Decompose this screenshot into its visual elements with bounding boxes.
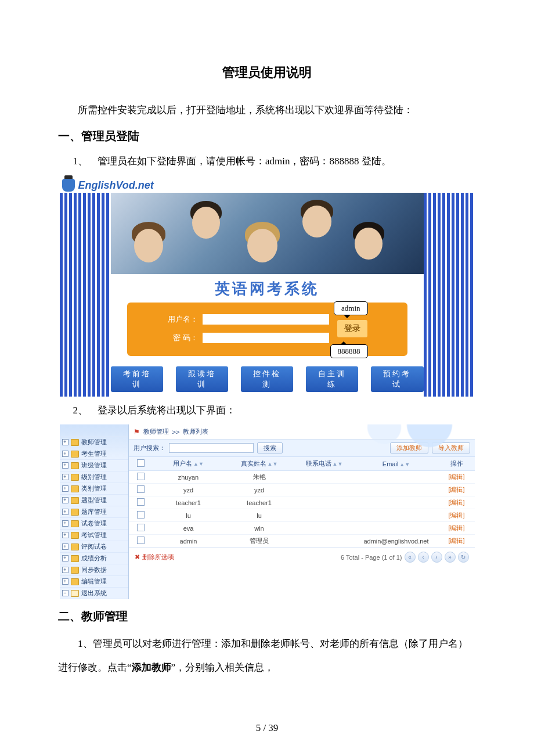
expand-icon[interactable]: − xyxy=(62,590,68,596)
sidebar-item[interactable]: +级别管理 xyxy=(60,471,128,483)
folder-icon xyxy=(71,462,79,469)
expand-icon[interactable]: + xyxy=(62,485,68,492)
nav-btn-3[interactable]: 自主训练 xyxy=(306,366,358,392)
row-checkbox[interactable] xyxy=(137,537,145,544)
table-row: admin管理员admin@englishvod.net[编辑] xyxy=(129,535,475,548)
nav-btn-0[interactable]: 考前培训 xyxy=(111,366,163,392)
row-checkbox[interactable] xyxy=(137,511,145,519)
sidebar-item[interactable]: +班级管理 xyxy=(60,459,128,471)
row-checkbox[interactable] xyxy=(137,473,145,480)
cell-realname: 朱艳 xyxy=(224,471,295,484)
cell-realname: lu xyxy=(224,509,295,522)
edit-link[interactable]: [编辑] xyxy=(448,486,464,493)
sidebar-item-label: 题型管理 xyxy=(81,496,107,505)
sidebar-item[interactable]: +考试管理 xyxy=(60,529,128,541)
folder-icon xyxy=(71,578,79,585)
sidebar-item-label: 级别管理 xyxy=(81,473,107,481)
flag-icon: ⚑ xyxy=(134,428,140,436)
login-panel: 用户名： 密 码： 登录 admin 888888 xyxy=(127,303,407,356)
sort-icon[interactable]: ▲▼ xyxy=(268,461,278,467)
select-all-checkbox[interactable] xyxy=(137,459,145,467)
site-logo-text: EnglishVod.net xyxy=(78,179,154,192)
sidebar-item[interactable]: +类别管理 xyxy=(60,483,128,494)
expand-icon[interactable]: + xyxy=(62,567,68,573)
sort-icon[interactable]: ▲▼ xyxy=(193,461,204,467)
nav-btn-2[interactable]: 控件检测 xyxy=(241,366,293,392)
cell-tel xyxy=(295,496,354,509)
cell-username: teacher1 xyxy=(153,496,224,509)
cell-username: admin xyxy=(153,535,224,548)
left-stripe-2 xyxy=(60,274,111,397)
edit-link[interactable]: [编辑] xyxy=(448,499,464,506)
expand-icon[interactable]: + xyxy=(62,474,68,480)
nav-btn-1[interactable]: 跟读培训 xyxy=(176,366,228,392)
search-input[interactable] xyxy=(169,443,254,453)
folder-icon xyxy=(71,497,79,504)
expand-icon[interactable]: + xyxy=(62,509,68,515)
cell-email xyxy=(354,484,439,496)
expand-icon[interactable]: + xyxy=(62,451,68,457)
delete-selected-link[interactable]: 删除所选项 xyxy=(142,553,174,561)
sidebar-item[interactable]: +题库管理 xyxy=(60,506,128,517)
folder-icon xyxy=(71,520,79,527)
intro-paragraph: 所需控件安装完成以后，打开登陆地址，系统将出现以下欢迎界面等待登陆： xyxy=(58,99,476,123)
sidebar-item-label: 考生管理 xyxy=(81,449,107,458)
expand-icon[interactable]: + xyxy=(62,578,68,585)
edit-link[interactable]: [编辑] xyxy=(448,537,464,544)
column-header[interactable]: Email▲▼ xyxy=(354,457,439,471)
expand-icon[interactable]: + xyxy=(62,497,68,503)
expand-icon[interactable]: + xyxy=(62,555,68,561)
pager-last[interactable]: » xyxy=(445,552,456,563)
sidebar-item[interactable]: −退出系统 xyxy=(60,587,128,599)
sidebar-item[interactable]: +编辑管理 xyxy=(60,575,128,587)
pager-refresh[interactable]: ↻ xyxy=(458,552,469,563)
column-header[interactable]: 联系电话▲▼ xyxy=(295,457,354,471)
column-header[interactable]: 真实姓名▲▼ xyxy=(224,457,295,471)
login-button[interactable]: 登录 xyxy=(337,320,367,337)
sidebar-item[interactable]: +试卷管理 xyxy=(60,517,128,529)
delete-selected-icon[interactable]: ✖ xyxy=(135,553,140,561)
cell-username: yzd xyxy=(153,484,224,496)
callout-username: admin xyxy=(334,301,368,315)
sidebar-item[interactable]: +评阅试卷 xyxy=(60,541,128,552)
edit-link[interactable]: [编辑] xyxy=(448,512,464,519)
row-checkbox[interactable] xyxy=(137,498,145,506)
search-button[interactable]: 搜索 xyxy=(257,442,283,453)
edit-link[interactable]: [编辑] xyxy=(448,473,464,480)
section2-heading: 二、教师管理 xyxy=(58,609,476,624)
column-header xyxy=(129,457,153,471)
pager-prev[interactable]: ‹ xyxy=(418,552,429,563)
row-checkbox[interactable] xyxy=(137,524,145,531)
column-header[interactable]: 用户名▲▼ xyxy=(153,457,224,471)
folder-icon xyxy=(71,543,79,550)
sidebar-item[interactable]: +教师管理 xyxy=(60,436,128,448)
site-logo-icon xyxy=(62,179,75,192)
cell-tel xyxy=(295,522,354,535)
expand-icon[interactable]: + xyxy=(62,520,68,527)
table-row: lulu[编辑] xyxy=(129,509,475,522)
section1-item1: 1、 管理员在如下登陆界面，请使用帐号：admin，密码：888888 登陆。 xyxy=(73,152,477,171)
sidebar-item[interactable]: +题型管理 xyxy=(60,494,128,506)
sidebar-item[interactable]: +考生管理 xyxy=(60,448,128,459)
sidebar-item-label: 编辑管理 xyxy=(81,577,107,586)
expand-icon[interactable]: + xyxy=(62,543,68,550)
page-number: 5 / 39 xyxy=(0,722,534,734)
expand-icon[interactable]: + xyxy=(62,462,68,469)
username-input[interactable] xyxy=(203,314,329,325)
column-header: 操作 xyxy=(439,457,475,471)
pager-first[interactable]: « xyxy=(405,552,416,563)
row-checkbox[interactable] xyxy=(137,485,145,493)
sort-icon[interactable]: ▲▼ xyxy=(399,462,410,467)
expand-icon[interactable]: + xyxy=(62,532,68,538)
nav-btn-4[interactable]: 预约考试 xyxy=(371,366,423,392)
sidebar-item[interactable]: +同步数据 xyxy=(60,564,128,575)
password-input[interactable] xyxy=(203,333,329,343)
sort-icon[interactable]: ▲▼ xyxy=(333,461,343,467)
sidebar: +教师管理+考生管理+班级管理+级别管理+类别管理+题型管理+题库管理+试卷管理… xyxy=(60,424,129,599)
pager-next[interactable]: › xyxy=(431,552,442,563)
table-row: teacher1teacher1[编辑] xyxy=(129,496,475,509)
sidebar-item-label: 类别管理 xyxy=(81,484,107,493)
expand-icon[interactable]: + xyxy=(62,439,68,445)
edit-link[interactable]: [编辑] xyxy=(448,524,464,531)
sidebar-item[interactable]: +成绩分析 xyxy=(60,552,128,564)
